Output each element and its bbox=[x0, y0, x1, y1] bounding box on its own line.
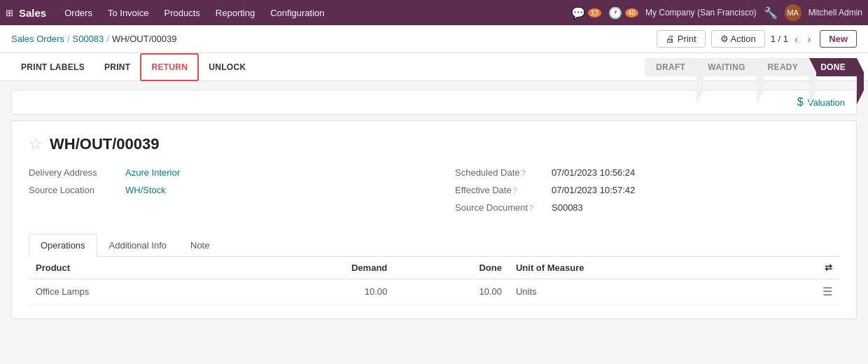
status-ready: READY bbox=[757, 58, 810, 76]
print-labels-button[interactable]: PRINT LABELS bbox=[11, 53, 94, 81]
breadcrumb-s00083[interactable]: S00083 bbox=[73, 34, 104, 44]
source-document-help: ? bbox=[529, 204, 533, 212]
doc-title-row: ☆ WH/OUT/00039 bbox=[29, 135, 839, 153]
source-location-row: Source Location WH/Stock bbox=[29, 185, 413, 195]
cell-demand: 10.00 bbox=[239, 279, 394, 304]
tab-content-operations: Product Demand Done Unit of Measure ⇄ Of… bbox=[29, 257, 839, 304]
tabs: Operations Additional Info Note bbox=[29, 234, 839, 257]
col-settings-icon[interactable]: ⇄ bbox=[765, 257, 839, 279]
print-action-button[interactable]: PRINT bbox=[94, 53, 141, 81]
scheduled-date-help: ? bbox=[522, 169, 526, 177]
doc-fields: Delivery Address Azure Interior Source L… bbox=[29, 167, 839, 220]
tab-additional-info[interactable]: Additional Info bbox=[97, 234, 178, 256]
doc-fields-right: Scheduled Date? 07/01/2023 10:56:24 Effe… bbox=[455, 167, 839, 220]
source-location-value[interactable]: WH/Stock bbox=[125, 185, 166, 195]
new-button[interactable]: New bbox=[820, 30, 857, 48]
valuation-link[interactable]: $ Valuation bbox=[797, 96, 845, 108]
pagination-prev[interactable]: ‹ bbox=[791, 32, 802, 46]
tab-operations[interactable]: Operations bbox=[29, 234, 97, 257]
topnav-right: 💬13 🕐46 My Company (San Francisco) 🔧 MA … bbox=[571, 4, 862, 21]
source-document-label: Source Document? bbox=[455, 202, 546, 213]
effective-date-help: ? bbox=[513, 186, 517, 195]
effective-date-value: 07/01/2023 10:57:42 bbox=[552, 185, 635, 195]
action-bar: PRINT LABELS PRINT RETURN UNLOCK DRAFT W… bbox=[0, 53, 868, 81]
user-name: Mitchell Admin bbox=[808, 8, 862, 18]
document-card: ☆ WH/OUT/00039 Delivery Address Azure In… bbox=[11, 120, 857, 319]
cell-uom: Units bbox=[509, 279, 765, 304]
pagination-next[interactable]: › bbox=[804, 32, 815, 46]
cell-product: Office Lamps bbox=[29, 279, 239, 304]
source-document-row: Source Document? S00083 bbox=[455, 202, 839, 213]
menu-orders[interactable]: Orders bbox=[57, 5, 99, 21]
breadcrumb-current: WH/OUT/00039 bbox=[112, 34, 176, 44]
status-draft: DRAFT bbox=[645, 58, 696, 76]
app-brand: Sales bbox=[19, 7, 46, 19]
settings-icon[interactable]: 🔧 bbox=[764, 6, 778, 20]
source-document-value: S00083 bbox=[552, 202, 583, 213]
action-button[interactable]: ⚙ Action bbox=[711, 30, 765, 48]
unlock-button[interactable]: UNLOCK bbox=[199, 53, 255, 81]
top-navigation: ⊞ Sales Orders To Invoice Products Repor… bbox=[0, 0, 868, 25]
breadcrumb: Sales Orders / S00083 / WH/OUT/00039 bbox=[11, 34, 176, 44]
favorite-icon[interactable]: ☆ bbox=[29, 135, 43, 153]
chat-badge: 13 bbox=[588, 8, 601, 18]
user-avatar[interactable]: MA bbox=[785, 4, 802, 21]
status-done: DONE bbox=[809, 58, 857, 76]
main-content: $ Valuation ☆ WH/OUT/00039 Delivery Addr… bbox=[0, 81, 868, 328]
menu-to-invoice[interactable]: To Invoice bbox=[101, 5, 156, 21]
document-title: WH/OUT/00039 bbox=[50, 135, 160, 153]
print-button[interactable]: 🖨 Print bbox=[657, 30, 705, 48]
valuation-bar: $ Valuation bbox=[11, 90, 857, 115]
source-location-label: Source Location bbox=[29, 185, 120, 195]
col-header-demand: Demand bbox=[239, 257, 394, 279]
tab-note[interactable]: Note bbox=[178, 234, 221, 256]
apps-menu-icon[interactable]: ⊞ bbox=[6, 8, 13, 18]
delivery-address-value[interactable]: Azure Interior bbox=[125, 167, 180, 178]
scheduled-date-label: Scheduled Date? bbox=[455, 167, 546, 178]
operations-table: Product Demand Done Unit of Measure ⇄ Of… bbox=[29, 257, 839, 304]
col-header-done: Done bbox=[394, 257, 509, 279]
breadcrumb-bar: Sales Orders / S00083 / WH/OUT/00039 🖨 P… bbox=[0, 25, 868, 53]
breadcrumb-sales-orders[interactable]: Sales Orders bbox=[11, 34, 64, 44]
menu-reporting[interactable]: Reporting bbox=[209, 5, 262, 21]
effective-date-row: Effective Date? 07/01/2023 10:57:42 bbox=[455, 185, 839, 195]
chat-icon[interactable]: 💬 bbox=[571, 6, 585, 20]
col-header-product: Product bbox=[29, 257, 239, 279]
return-button[interactable]: RETURN bbox=[140, 53, 199, 81]
pagination-info: 1 / 1 bbox=[771, 34, 788, 44]
scheduled-date-value: 07/01/2023 10:56:24 bbox=[552, 167, 635, 178]
doc-fields-left: Delivery Address Azure Interior Source L… bbox=[29, 167, 413, 220]
effective-date-label: Effective Date? bbox=[455, 185, 546, 195]
row-detail-icon[interactable]: ☰ bbox=[765, 279, 839, 304]
scheduled-date-row: Scheduled Date? 07/01/2023 10:56:24 bbox=[455, 167, 839, 178]
cell-done: 10.00 bbox=[394, 279, 509, 304]
delivery-address-label: Delivery Address bbox=[29, 167, 120, 178]
clock-icon[interactable]: 🕐 bbox=[608, 6, 622, 20]
pagination: 1 / 1 ‹ › bbox=[771, 32, 815, 46]
dollar-icon: $ bbox=[797, 96, 804, 108]
breadcrumb-actions: 🖨 Print ⚙ Action 1 / 1 ‹ › New bbox=[657, 30, 857, 48]
status-bar: DRAFT WAITING READY DONE bbox=[645, 58, 857, 76]
clock-badge: 46 bbox=[625, 8, 638, 18]
col-header-uom: Unit of Measure bbox=[509, 257, 765, 279]
table-header-row: Product Demand Done Unit of Measure ⇄ bbox=[29, 257, 839, 279]
table-row: Office Lamps 10.00 10.00 Units ☰ bbox=[29, 279, 839, 304]
company-name: My Company (San Francisco) bbox=[645, 8, 757, 18]
menu-products[interactable]: Products bbox=[157, 5, 206, 21]
delivery-address-row: Delivery Address Azure Interior bbox=[29, 167, 413, 178]
main-menu: Orders To Invoice Products Reporting Con… bbox=[57, 5, 331, 21]
status-waiting: WAITING bbox=[696, 58, 756, 76]
menu-configuration[interactable]: Configuration bbox=[263, 5, 331, 21]
